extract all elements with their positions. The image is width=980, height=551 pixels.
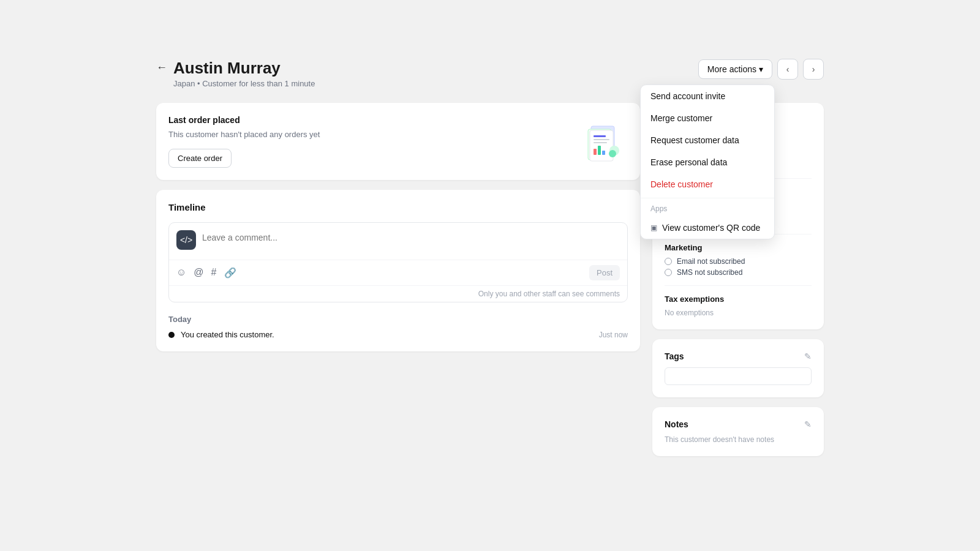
last-order-title: Last order placed: [168, 115, 320, 125]
svg-rect-7: [598, 146, 601, 155]
timeline-event-text: You created this customer.: [181, 330, 274, 339]
tags-card-header: Tags ✎: [665, 351, 812, 361]
header-left: ← Austin Murray Japan • Customer for les…: [156, 59, 315, 88]
attachment-icon[interactable]: 🔗: [224, 267, 236, 279]
dropdown-item-delete-customer[interactable]: Delete customer: [641, 173, 774, 195]
timeline-event: You created this customer. Just now: [168, 330, 628, 339]
svg-rect-8: [602, 151, 605, 155]
qr-code-icon: ▣: [650, 223, 657, 232]
last-order-card: Last order placed This customer hasn't p…: [156, 103, 640, 180]
comment-box: </> ☺ @ # 🔗 Post: [168, 222, 628, 302]
dropdown-item-send-invite[interactable]: Send account invite: [641, 85, 774, 107]
avatar-icon: </>: [180, 235, 192, 245]
more-actions-dropdown: Send account invite Merge customer Reque…: [640, 84, 775, 239]
page-header: ← Austin Murray Japan • Customer for les…: [156, 59, 824, 88]
qr-code-label: View customer's QR code: [662, 223, 760, 233]
tags-title: Tags: [665, 351, 684, 361]
section-divider-3: [665, 285, 812, 286]
tax-exemptions-text: No exemptions: [665, 309, 812, 317]
tax-exemptions-label: Tax exemptions: [665, 294, 812, 304]
notes-card-header: Notes ✎: [665, 419, 812, 429]
more-actions-label: More actions: [707, 64, 756, 74]
timeline-card: Timeline </> ☺ @: [156, 190, 640, 351]
notes-text: This customer doesn't have notes: [665, 435, 812, 444]
dropdown-item-merge-customer[interactable]: Merge customer: [641, 107, 774, 129]
dropdown-item-request-data[interactable]: Request customer data: [641, 129, 774, 151]
marketing-email-circle: [665, 258, 672, 265]
comment-input[interactable]: [202, 230, 620, 252]
timeline-event-time: Just now: [599, 331, 628, 339]
dropdown-item-erase-data[interactable]: Erase personal data: [641, 151, 774, 173]
tags-edit-icon[interactable]: ✎: [804, 351, 812, 361]
mention-icon[interactable]: @: [194, 267, 203, 279]
comment-tools: ☺ @ # 🔗: [176, 267, 236, 279]
create-order-button[interactable]: Create order: [168, 149, 232, 168]
title-group: Austin Murray Japan • Customer for less …: [173, 59, 315, 88]
svg-rect-6: [594, 149, 597, 155]
timeline-title: Timeline: [168, 202, 628, 212]
comment-avatar: </>: [176, 230, 196, 250]
notes-card: Notes ✎ This customer doesn't have notes: [652, 407, 824, 456]
more-actions-button[interactable]: More actions ▾: [698, 59, 772, 79]
dropdown-section-apps: Apps: [641, 201, 774, 217]
hashtag-icon[interactable]: #: [211, 267, 217, 279]
comment-toolbar: ☺ @ # 🔗 Post: [169, 260, 627, 285]
marketing-email-item: Email not subscribed: [665, 257, 812, 266]
marketing-sms-circle: [665, 269, 672, 276]
timeline-events: Today You created this customer. Just no…: [168, 315, 628, 339]
page-subtitle: Japan • Customer for less than 1 minute: [173, 79, 315, 88]
notes-title: Notes: [665, 419, 688, 429]
tags-card: Tags ✎: [652, 339, 824, 397]
marketing-sms-label: SMS not subscribed: [677, 268, 742, 277]
comment-note: Only you and other staff can see comment…: [169, 285, 627, 302]
nav-prev-button[interactable]: ‹: [777, 59, 798, 80]
marketing-sms-item: SMS not subscribed: [665, 268, 812, 277]
timeline-event-left: You created this customer.: [168, 330, 274, 339]
dropdown-divider: [641, 198, 774, 198]
tags-input[interactable]: [665, 367, 812, 385]
svg-point-10: [609, 150, 616, 157]
svg-rect-4: [594, 139, 609, 140]
dropdown-item-qr-code[interactable]: ▣ View customer's QR code: [641, 217, 774, 239]
timeline-dot: [168, 332, 175, 338]
back-button[interactable]: ←: [156, 61, 167, 74]
page-title: Austin Murray: [173, 59, 315, 78]
last-order-info: Last order placed This customer hasn't p…: [168, 115, 320, 168]
left-column: Last order placed This customer hasn't p…: [156, 103, 640, 455]
timeline-date: Today: [168, 315, 628, 324]
order-illustration: [579, 117, 628, 166]
svg-rect-2: [590, 130, 613, 161]
svg-rect-3: [594, 135, 606, 137]
nav-next-button[interactable]: ›: [803, 59, 824, 80]
comment-input-area: </>: [169, 223, 627, 260]
last-order-description: This customer hasn't placed any orders y…: [168, 130, 320, 139]
chevron-down-icon: ▾: [759, 64, 763, 74]
svg-rect-5: [594, 142, 607, 143]
emoji-icon[interactable]: ☺: [176, 267, 186, 279]
marketing-email-label: Email not subscribed: [677, 257, 745, 266]
header-actions: More actions ▾ ‹ › Send account invite M…: [698, 59, 824, 80]
notes-edit-icon[interactable]: ✎: [804, 419, 812, 429]
marketing-label: Marketing: [665, 243, 812, 252]
post-button[interactable]: Post: [589, 265, 620, 280]
